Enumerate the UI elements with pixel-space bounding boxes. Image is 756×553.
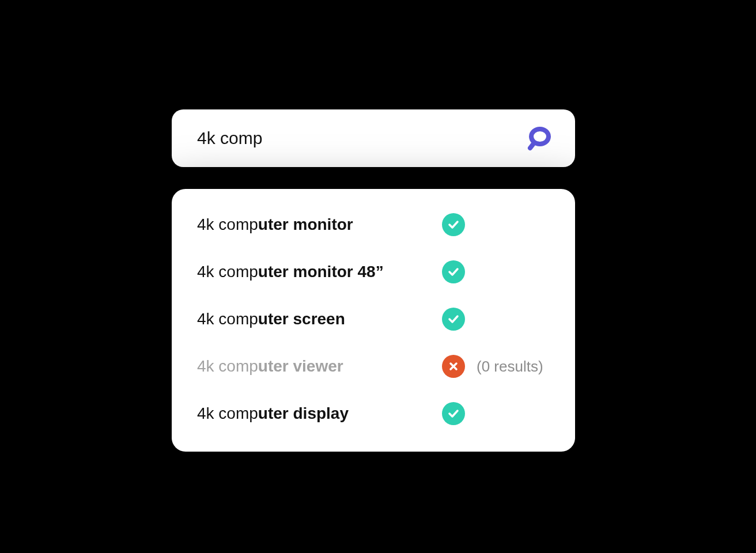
cross-icon [442, 355, 465, 378]
suggestion-row[interactable]: 4k computer viewer (0 results) [197, 351, 550, 381]
suggestion-suffix: uter screen [258, 310, 345, 328]
suggestion-prefix: 4k comp [197, 310, 258, 328]
check-icon [442, 402, 465, 425]
suggestion-suffix: uter display [258, 404, 349, 423]
check-icon [442, 260, 465, 283]
check-icon [442, 213, 465, 236]
suggestion-label: 4k computer monitor 48” [197, 263, 430, 281]
suggestions-dropdown: 4k computer monitor 4k computer monitor … [172, 189, 575, 452]
suggestion-prefix: 4k comp [197, 404, 258, 423]
search-input[interactable] [197, 128, 485, 148]
suggestion-prefix: 4k comp [197, 215, 258, 234]
suggestion-row[interactable]: 4k computer monitor [197, 210, 550, 240]
suggestion-label: 4k computer display [197, 404, 430, 423]
suggestion-label: 4k computer viewer [197, 357, 430, 376]
suggestion-row[interactable]: 4k computer display [197, 399, 550, 429]
suggestion-label: 4k computer monitor [197, 215, 430, 234]
suggestion-suffix: uter viewer [258, 357, 343, 376]
search-widget: 4k computer monitor 4k computer monitor … [172, 109, 575, 452]
search-icon[interactable] [527, 125, 553, 151]
suggestion-row[interactable]: 4k computer screen [197, 304, 550, 334]
suggestion-label: 4k computer screen [197, 310, 430, 328]
search-bar [172, 109, 575, 167]
check-icon [442, 308, 465, 331]
suggestion-prefix: 4k comp [197, 263, 258, 281]
suggestion-note: (0 results) [477, 358, 543, 376]
suggestion-row[interactable]: 4k computer monitor 48” [197, 257, 550, 287]
suggestion-suffix: uter monitor [258, 215, 353, 234]
suggestion-prefix: 4k comp [197, 357, 258, 376]
suggestion-suffix: uter monitor 48” [258, 263, 384, 281]
